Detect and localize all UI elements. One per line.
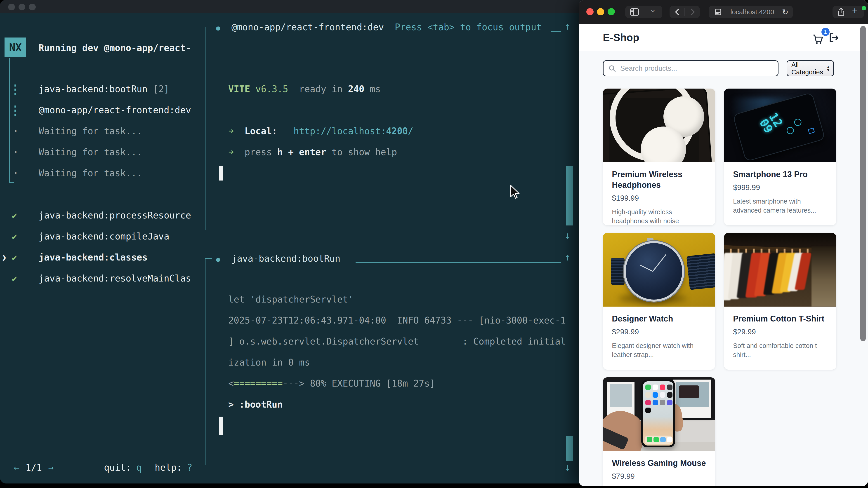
mock-watch-face [624, 241, 684, 302]
mock-app [660, 385, 665, 390]
product-name: Premium Cotton T-Shirt [733, 313, 827, 324]
prompt-icon: > [228, 399, 234, 410]
product-card[interactable]: Designer Watch $299.99 Elegant designer … [603, 233, 715, 369]
zoom-icon[interactable] [29, 4, 36, 10]
minimize-icon[interactable] [19, 4, 25, 10]
mock-phone [641, 380, 675, 447]
list-item: java-backend:processResource [39, 209, 191, 221]
zoom-icon[interactable] [608, 8, 615, 15]
product-image-phone-in-hand [603, 377, 715, 451]
product-description: Latest smartphone with advanced camera f… [733, 197, 827, 215]
scrollbar-track[interactable] [569, 265, 572, 436]
mock-app [647, 437, 652, 442]
search-field-wrap [603, 60, 778, 76]
chevron-down-icon[interactable]: ⌄ [650, 5, 656, 14]
product-description: Soft and comfortable cotton t-shirt... [733, 341, 827, 359]
scrollbar-thumb[interactable] [566, 436, 573, 461]
product-description: Elegant designer watch with leather stra… [612, 341, 706, 359]
panel-border [205, 27, 212, 27]
back-icon[interactable] [673, 7, 682, 17]
log-line: 2025-07-23T12:06:43.971-04:00 INFO 64733… [228, 315, 566, 326]
panel-border [205, 258, 206, 465]
press-suffix: to show help [332, 147, 397, 157]
panel-title: @mono-app/react-frontend:dev [231, 22, 384, 32]
category-select[interactable]: All Categories ▲▼ [786, 60, 834, 76]
scroll-down-icon[interactable]: ↓ [565, 230, 571, 241]
product-name: Wireless Gaming Mouse [612, 458, 706, 468]
cart-button[interactable]: 1 [812, 30, 827, 45]
sidebar-toggle-button[interactable]: ⌄ [625, 6, 662, 18]
forward-icon[interactable] [688, 7, 697, 17]
category-select-value: All Categories [792, 61, 827, 76]
product-card[interactable]: Wireless Gaming Mouse $79.99 High-perfor… [603, 377, 715, 486]
search-input[interactable] [603, 60, 778, 76]
scroll-up-icon[interactable]: ↑ [565, 20, 571, 32]
pager: ←1/1→ [14, 462, 54, 473]
waiting-bullet-icon: · [13, 146, 19, 158]
local-label: Local: [245, 126, 277, 136]
product-card[interactable]: Premium Cotton T-Shirt $29.99 Soft and c… [724, 233, 836, 369]
waiting-bullet-icon: · [13, 125, 19, 137]
progress-label: 80% EXECUTING [18m 27s] [310, 378, 435, 389]
nx-logo: NX [4, 37, 26, 57]
browser-toolbar: ⌄ localhost:4200 ↻ [579, 0, 868, 24]
url-slash: / [408, 126, 413, 136]
vite-label: VITE [228, 84, 250, 94]
scroll-down-icon[interactable]: ↓ [565, 461, 571, 473]
mock-app [645, 385, 651, 390]
shop-header: E-Shop 1 [579, 24, 868, 51]
list-item: java-backend:resolveMainClas [39, 272, 191, 284]
share-icon[interactable] [836, 7, 846, 17]
scroll-up-icon[interactable]: ↑ [565, 251, 571, 263]
task-runner-title: Running dev @mono-app/react- [39, 42, 191, 54]
url-port: 4200 [386, 126, 408, 136]
scrollbar-track[interactable] [569, 34, 572, 166]
scrollbar-thumb[interactable] [566, 166, 573, 225]
mock-app [660, 400, 665, 405]
reload-icon[interactable]: ↻ [782, 7, 789, 17]
check-icon: ✔ [12, 230, 17, 242]
mock-app [667, 437, 673, 442]
terminal-titlebar [0, 0, 588, 13]
quit-key: q [136, 462, 142, 473]
close-icon[interactable] [586, 8, 594, 15]
panel-border [205, 258, 212, 259]
gradle-task: :bootRun [239, 399, 283, 410]
mock-dock [645, 435, 672, 444]
check-icon: ✔ [12, 252, 17, 263]
mouse-cursor-icon [510, 185, 520, 200]
next-page-icon[interactable]: → [48, 462, 54, 473]
header-rule [355, 262, 561, 263]
minimize-icon[interactable] [597, 8, 604, 15]
close-icon[interactable] [8, 4, 15, 10]
mock-app [653, 400, 658, 405]
product-image-smartphone-ambient-display: 1209 [724, 89, 836, 162]
arrow-icon: ➜ [228, 147, 234, 157]
mock-app [645, 392, 651, 398]
page-settings-icon[interactable] [714, 7, 723, 17]
terminal-cursor [219, 166, 223, 181]
panel-border [205, 27, 206, 230]
divider [684, 8, 685, 16]
page-scrollbar-thumb[interactable] [860, 26, 866, 341]
log-line: ization in 0 ms [228, 357, 310, 368]
mock-icon-square [808, 128, 815, 134]
page-indicator: 1/1 [26, 462, 42, 473]
mock-photo-inner [610, 384, 632, 407]
help-label: help: [155, 462, 182, 473]
address-bar[interactable]: localhost:4200 ↻ [709, 6, 793, 18]
mock-shelf [724, 233, 836, 247]
product-card[interactable]: 1209 Smartphone 13 Pro $999.99 Latest sm… [724, 89, 836, 225]
progress-bar: ========= [234, 378, 283, 389]
gradle-progress-line: <=========--->80% EXECUTING [18m 27s] [228, 378, 435, 389]
list-item: Waiting for task... [39, 146, 142, 158]
select-arrows-icon: ▲▼ [827, 65, 830, 72]
prev-page-icon[interactable]: ← [14, 462, 19, 473]
dev-server-link[interactable]: http://localhost:4200/ [293, 126, 413, 136]
url-text[interactable]: localhost:4200 [723, 8, 782, 16]
new-tab-icon[interactable]: + [852, 5, 858, 17]
log-line: let 'dispatcherServlet' [228, 293, 353, 305]
product-card[interactable]: Premium Wireless Headphones $199.99 High… [603, 89, 715, 225]
product-name: Designer Watch [612, 313, 706, 324]
logout-button[interactable] [827, 31, 840, 44]
